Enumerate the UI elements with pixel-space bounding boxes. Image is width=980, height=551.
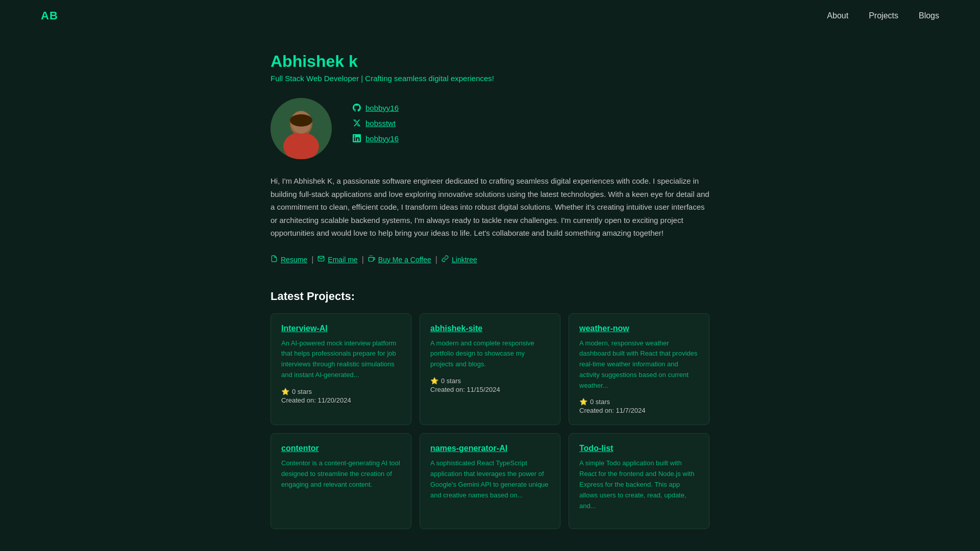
projects-grid: Interview-AI An AI-powered mock intervie… — [271, 313, 709, 530]
project-title-weather-now[interactable]: weather-now — [579, 324, 699, 333]
social-twitter[interactable]: bobsstwt — [352, 118, 399, 128]
main-content: Abhishek k Full Stack Web Developer | Cr… — [260, 32, 720, 549]
star-icon-2: ⭐ — [430, 377, 438, 385]
project-date-weather-now: Created on: 11/7/2024 — [579, 407, 699, 414]
project-date-interview-ai: Created on: 11/20/2024 — [281, 396, 401, 404]
project-card-abhishek-site[interactable]: abhishek-site A modern and complete resp… — [420, 313, 560, 425]
project-desc-contentor: Contentor is a content-generating AI too… — [281, 458, 401, 490]
social-linkedin[interactable]: bobbyy16 — [352, 134, 399, 143]
project-meta-abhishek-site: ⭐ 0 stars Created on: 11/15/2024 — [430, 377, 550, 393]
star-icon: ⭐ — [281, 388, 289, 395]
email-icon — [317, 255, 325, 264]
nav-blogs[interactable]: Blogs — [919, 11, 939, 20]
project-desc-todo-list: A simple Todo application built with Rea… — [579, 458, 699, 511]
profile-section: bobbyy16 bobsstwt bobbyy16 — [271, 98, 709, 159]
linkedin-label: bobbyy16 — [365, 134, 399, 143]
project-title-abhishek-site[interactable]: abhishek-site — [430, 324, 550, 333]
avatar — [271, 98, 332, 159]
project-card-contentor[interactable]: contentor Contentor is a content-generat… — [271, 433, 411, 529]
bio-text: Hi, I'm Abhishek K, a passionate softwar… — [271, 174, 709, 240]
twitter-label: bobsstwt — [365, 119, 396, 128]
separator-2: | — [362, 255, 364, 264]
project-title-contentor[interactable]: contentor — [281, 444, 401, 453]
separator-1: | — [311, 255, 313, 264]
projects-section-title: Latest Projects: — [271, 290, 709, 303]
project-title-todo-list[interactable]: Todo-list — [579, 444, 699, 453]
star-icon-3: ⭐ — [579, 398, 587, 406]
resume-link[interactable]: Resume — [271, 255, 307, 264]
project-title-interview-ai[interactable]: Interview-AI — [281, 324, 401, 333]
social-github[interactable]: bobbyy16 — [352, 103, 399, 112]
project-card-weather-now[interactable]: weather-now A modern, responsive weather… — [569, 313, 709, 425]
project-stars-interview-ai: ⭐ 0 stars — [281, 388, 401, 395]
project-card-names-generator[interactable]: names-generator-AI A sophisticated React… — [420, 433, 560, 529]
linkedin-icon — [352, 134, 361, 143]
project-stars-abhishek-site: ⭐ 0 stars — [430, 377, 550, 385]
header: AB About Projects Blogs — [0, 0, 980, 32]
project-stars-weather-now: ⭐ 0 stars — [579, 398, 699, 406]
avatar-container — [271, 98, 332, 159]
github-icon — [352, 103, 361, 112]
email-link[interactable]: Email me — [317, 255, 357, 264]
coffee-icon — [368, 255, 375, 264]
project-desc-weather-now: A modern, responsive weather dashboard b… — [579, 338, 699, 391]
project-desc-interview-ai: An AI-powered mock interview platform th… — [281, 338, 401, 381]
social-links: bobbyy16 bobsstwt bobbyy16 — [352, 98, 399, 143]
profile-name: Abhishek k — [271, 52, 709, 71]
project-meta-weather-now: ⭐ 0 stars Created on: 11/7/2024 — [579, 398, 699, 414]
linktree-link[interactable]: Linktree — [442, 255, 477, 264]
nav-about[interactable]: About — [827, 11, 848, 20]
links-bar: Resume | Email me | — [271, 255, 709, 264]
coffee-link[interactable]: Buy Me a Coffee — [368, 255, 431, 264]
project-title-names-generator[interactable]: names-generator-AI — [430, 444, 550, 453]
profile-tagline: Full Stack Web Developer | Crafting seam… — [271, 74, 709, 83]
project-card-interview-ai[interactable]: Interview-AI An AI-powered mock intervie… — [271, 313, 411, 425]
main-nav: About Projects Blogs — [827, 11, 939, 20]
project-desc-names-generator: A sophisticated React TypeScript applica… — [430, 458, 550, 500]
project-date-abhishek-site: Created on: 11/15/2024 — [430, 386, 550, 393]
logo: AB — [41, 9, 58, 22]
separator-3: | — [435, 255, 437, 264]
project-meta-interview-ai: ⭐ 0 stars Created on: 11/20/2024 — [281, 388, 401, 404]
project-desc-abhishek-site: A modern and complete responsive portfol… — [430, 338, 550, 370]
github-label: bobbyy16 — [365, 104, 399, 112]
project-card-todo-list[interactable]: Todo-list A simple Todo application buil… — [569, 433, 709, 529]
twitter-icon — [352, 118, 361, 128]
svg-point-4 — [290, 114, 312, 127]
nav-projects[interactable]: Projects — [869, 11, 898, 20]
file-icon — [271, 255, 278, 264]
linktree-icon — [442, 255, 449, 264]
